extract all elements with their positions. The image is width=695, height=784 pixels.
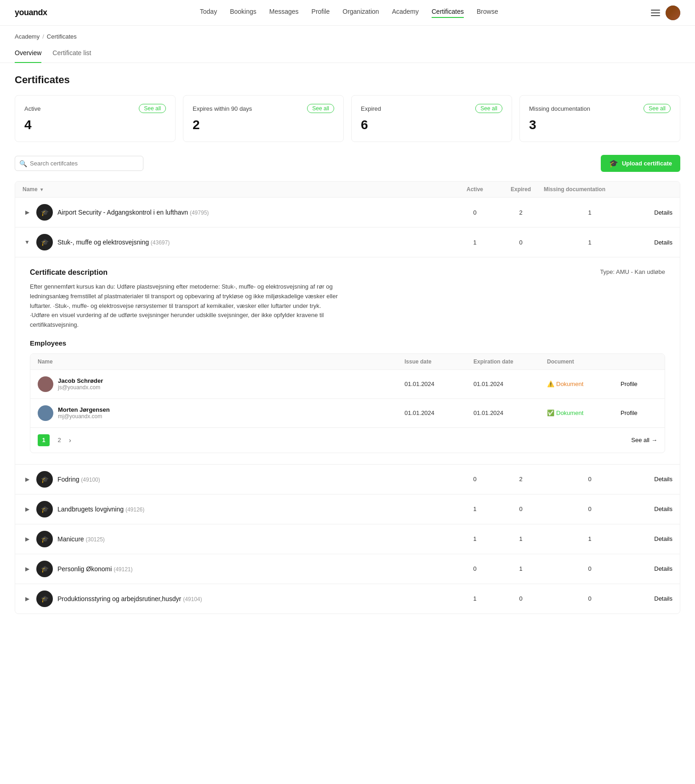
nav-organization[interactable]: Organization: [342, 8, 379, 18]
hamburger-icon[interactable]: [651, 10, 660, 16]
avatar[interactable]: [666, 6, 680, 20]
row-name-cell-1: ▼ 🎓 Stuk-, muffe og elektrosvejsning (43…: [23, 234, 452, 250]
emp-col-exp: Expiration date: [473, 358, 547, 365]
emp-profile-link-1[interactable]: Profile: [621, 409, 657, 416]
row-missing-0: 1: [544, 209, 636, 216]
emp-profile-link-0[interactable]: Profile: [621, 381, 657, 387]
nav-academy[interactable]: Academy: [392, 8, 419, 18]
nav-today[interactable]: Today: [200, 8, 217, 18]
nav-bookings[interactable]: Bookings: [230, 8, 256, 18]
tabs: Overview Certificate list: [0, 44, 695, 63]
expand-button-0[interactable]: ▶: [23, 208, 32, 217]
breadcrumb-parent[interactable]: Academy: [15, 33, 40, 40]
emp-exp-1: 01.01.2024: [473, 409, 547, 416]
stat-expires-label: Expires within 90 days: [193, 105, 252, 112]
row-missing-5: 0: [544, 565, 636, 572]
see-all-arrow-icon: →: [651, 437, 657, 443]
details-link-2[interactable]: Details: [636, 476, 672, 483]
row-name-cell-2: ▶ 🎓 Fodring (49100): [23, 471, 452, 488]
details-link-6[interactable]: Details: [636, 595, 672, 602]
row-active-3: 1: [452, 506, 498, 512]
nav-certificates[interactable]: Certificates: [432, 8, 464, 18]
details-link-4[interactable]: Details: [636, 535, 672, 542]
stat-expires-see-all[interactable]: See all: [307, 104, 334, 113]
cert-icon-2: 🎓: [36, 471, 53, 488]
emp-avatar-0: [38, 376, 53, 392]
cert-id-4: (30125): [85, 536, 104, 543]
cert-name-6: Produktionsstyring og arbejdsrutiner,hus…: [57, 595, 202, 602]
logo[interactable]: youandx: [15, 8, 47, 17]
cert-id-5: (49121): [114, 566, 132, 573]
col-name-header[interactable]: Name ▼: [23, 186, 452, 193]
cert-name-1: Stuk-, muffe og elektrosvejsning (43697): [57, 239, 170, 246]
certificates-table: Name ▼ Active Expired Missing documentat…: [15, 181, 680, 614]
emp-issue-1: 01.01.2024: [404, 409, 473, 416]
details-link-0[interactable]: Details: [636, 209, 672, 216]
details-link-3[interactable]: Details: [636, 506, 672, 512]
row-active-1: 1: [452, 239, 498, 246]
page-2[interactable]: 2: [53, 434, 65, 446]
emp-exp-0: 01.01.2024: [473, 381, 547, 387]
expand-button-2[interactable]: ▶: [23, 475, 32, 484]
row-active-2: 0: [452, 476, 498, 483]
emp-doc-ok-1[interactable]: ✅ Dokument: [547, 409, 621, 416]
cert-id-2: (49100): [81, 477, 100, 483]
expand-button-3[interactable]: ▶: [23, 505, 32, 514]
next-page-arrow[interactable]: ›: [69, 437, 71, 444]
expand-button-1[interactable]: ▼: [23, 238, 32, 247]
stat-active-see-all[interactable]: See all: [139, 104, 166, 113]
tab-certificate-list[interactable]: Certificate list: [52, 44, 91, 63]
sort-icon: ▼: [40, 187, 44, 192]
stat-missing-value: 3: [529, 118, 671, 132]
cert-id-0: (49795): [190, 210, 209, 216]
stat-missing-see-all[interactable]: See all: [644, 104, 671, 113]
search-input[interactable]: [15, 156, 143, 171]
toolbar: 🔍 🎓 Upload certificate: [15, 155, 680, 172]
tab-overview[interactable]: Overview: [15, 44, 41, 63]
search-icon: 🔍: [19, 160, 27, 167]
nav-browse[interactable]: Browse: [477, 8, 498, 18]
row-expired-2: 2: [498, 476, 544, 483]
nav-right: [651, 6, 680, 20]
row-name-cell-5: ▶ 🎓 Personlig Økonomi (49121): [23, 561, 452, 577]
expand-button-4[interactable]: ▶: [23, 534, 32, 544]
employee-row: Morten Jørgensen mj@youandx.com 01.01.20…: [30, 399, 665, 428]
stat-active: Active See all 4: [15, 95, 176, 142]
cert-icon-5: 🎓: [36, 561, 53, 577]
details-link-1[interactable]: Details: [636, 239, 672, 246]
breadcrumb: Academy / Certificates: [0, 26, 695, 44]
emp-name-0: Jacob Schrøder: [58, 377, 103, 384]
row-active-0: 0: [452, 209, 498, 216]
table-row: ▶ 🎓 Manicure (30125) 1 1 1 Details: [15, 524, 680, 554]
row-active-5: 0: [452, 565, 498, 572]
emp-info-1: Morten Jørgensen mj@youandx.com: [58, 406, 110, 420]
employees-title: Employees: [30, 339, 665, 347]
upload-certificate-button[interactable]: 🎓 Upload certificate: [601, 155, 680, 172]
employees-see-all[interactable]: See all →: [631, 437, 657, 443]
stats-row: Active See all 4 Expires within 90 days …: [15, 95, 680, 142]
nav-profile[interactable]: Profile: [312, 8, 330, 18]
col-active-header: Active: [452, 186, 498, 193]
row-missing-2: 0: [544, 476, 636, 483]
row-active-4: 1: [452, 535, 498, 542]
upload-icon: 🎓: [609, 159, 618, 168]
nav-messages[interactable]: Messages: [269, 8, 299, 18]
stat-active-header: Active See all: [24, 104, 166, 113]
cert-icon-3: 🎓: [36, 501, 53, 517]
col-expired-header: Expired: [498, 186, 544, 193]
emp-doc-warning-0[interactable]: ⚠️ Dokument: [547, 381, 621, 387]
page-1[interactable]: 1: [38, 434, 50, 446]
employee-row: Jacob Schrøder js@youandx.com 01.01.2024…: [30, 370, 665, 399]
stat-missing: Missing documentation See all 3: [519, 95, 680, 142]
row-expired-5: 1: [498, 565, 544, 572]
expand-button-5[interactable]: ▶: [23, 564, 32, 574]
table-row: ▶ 🎓 Produktionsstyring og arbejdsrutiner…: [15, 584, 680, 614]
stat-expired-see-all[interactable]: See all: [475, 104, 502, 113]
cert-id-1: (43697): [151, 239, 170, 246]
breadcrumb-current: Certificates: [47, 33, 77, 40]
cert-desc-text: Efter gennemført kursus kan du: Udføre p…: [30, 282, 342, 330]
cert-name-0: Airport Security - Adgangskontrol i en l…: [57, 209, 209, 216]
cert-name-3: Landbrugets lovgivning (49126): [57, 506, 144, 513]
details-link-5[interactable]: Details: [636, 565, 672, 572]
expand-button-6[interactable]: ▶: [23, 594, 32, 603]
